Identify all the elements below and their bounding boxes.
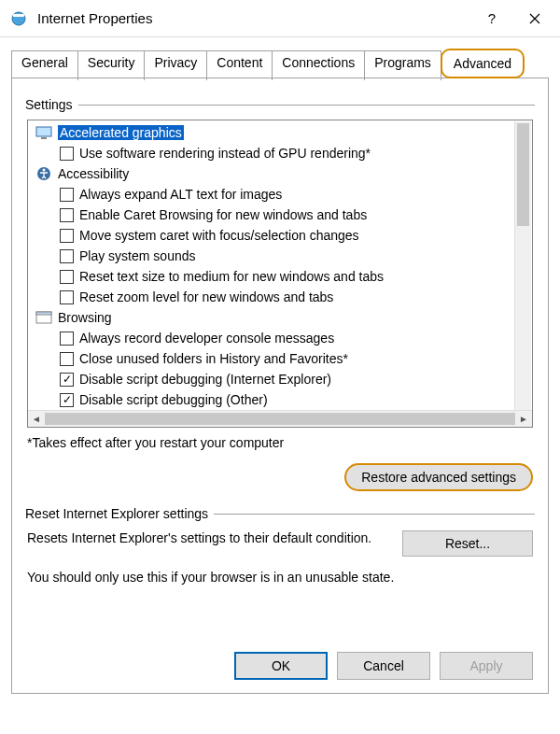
help-button[interactable]: ? — [470, 0, 513, 37]
tree-category[interactable]: Accelerated graphics — [34, 122, 532, 143]
svg-rect-2 — [36, 127, 51, 136]
checkbox[interactable] — [60, 208, 74, 222]
tab-programs[interactable]: Programs — [364, 50, 441, 80]
checkbox[interactable] — [60, 249, 74, 263]
restore-advanced-button[interactable]: Restore advanced settings — [344, 463, 533, 491]
tree-item[interactable]: Disable script debugging (Internet Explo… — [34, 369, 532, 389]
settings-footnote: *Takes effect after you restart your com… — [27, 435, 533, 450]
tree-item-label: Always record developer console messages — [79, 331, 334, 346]
svg-rect-7 — [36, 312, 51, 315]
checkbox[interactable] — [60, 373, 74, 387]
reset-group-title: Reset Internet Explorer settings — [25, 506, 208, 521]
tree-item-label: Always expand ALT text for images — [79, 187, 282, 202]
hscroll-thumb[interactable] — [45, 413, 515, 425]
tree-item[interactable]: Move system caret with focus/selection c… — [34, 225, 532, 246]
tree-item-label: Disable script debugging (Internet Explo… — [79, 372, 331, 387]
monitor-icon — [35, 125, 52, 140]
dialog-button-row: OK Cancel Apply — [234, 652, 533, 680]
reset-description: Resets Internet Explorer's settings to t… — [27, 530, 389, 545]
horizontal-scrollbar[interactable]: ◄ ► — [28, 410, 532, 427]
svg-rect-3 — [41, 137, 47, 139]
checkbox[interactable] — [60, 229, 74, 243]
checkbox[interactable] — [60, 332, 74, 346]
settings-group-title: Settings — [25, 97, 73, 112]
checkbox[interactable] — [60, 393, 74, 407]
tree-category-label: Accessibility — [58, 166, 129, 181]
svg-rect-1 — [13, 14, 24, 17]
titlebar: Internet Properties ? — [0, 0, 560, 37]
tab-general[interactable]: General — [11, 50, 78, 80]
checkbox[interactable] — [60, 147, 74, 161]
tree-item[interactable]: Always record developer console messages — [34, 328, 532, 348]
svg-point-5 — [43, 169, 46, 172]
tree-item-label: Move system caret with focus/selection c… — [79, 228, 359, 243]
tree-item[interactable]: Use software rendering instead of GPU re… — [34, 143, 532, 163]
tree-item[interactable]: Reset zoom level for new windows and tab… — [34, 287, 532, 307]
scrollbar-thumb[interactable] — [517, 123, 529, 226]
checkbox[interactable] — [60, 352, 74, 366]
settings-tree[interactable]: Accelerated graphicsUse software renderi… — [27, 120, 533, 428]
settings-group: Settings Accelerated graphicsUse softwar… — [25, 97, 535, 491]
tree-item[interactable]: Disable script debugging (Other) — [34, 389, 532, 410]
tree-item-label: Reset text size to medium for new window… — [79, 269, 384, 284]
tab-advanced[interactable]: Advanced — [441, 49, 525, 78]
group-divider — [78, 105, 535, 106]
tree-item-label: Enable Caret Browsing for new windows an… — [79, 207, 367, 222]
tab-connections[interactable]: Connections — [272, 50, 365, 80]
tree-category-label: Accelerated graphics — [58, 125, 184, 140]
accessibility-icon — [35, 166, 52, 181]
tab-content[interactable]: Content — [206, 50, 273, 80]
tree-item-label: Close unused folders in History and Favo… — [79, 351, 348, 366]
window-title: Internet Properties — [37, 10, 470, 26]
app-icon — [9, 9, 28, 28]
tab-pane-advanced: Settings Accelerated graphicsUse softwar… — [11, 78, 549, 694]
tab-privacy[interactable]: Privacy — [144, 50, 207, 80]
reset-button[interactable]: Reset... — [402, 530, 533, 557]
cancel-button[interactable]: Cancel — [337, 652, 430, 680]
tree-item-label: Reset zoom level for new windows and tab… — [79, 289, 333, 304]
tree-item[interactable]: Close unused folders in History and Favo… — [34, 348, 532, 369]
scroll-left-arrow[interactable]: ◄ — [28, 411, 45, 428]
ok-button[interactable]: OK — [234, 652, 328, 680]
group-divider — [214, 514, 535, 515]
tree-category-label: Browsing — [58, 310, 112, 325]
tab-strip: GeneralSecurityPrivacyContentConnections… — [11, 49, 549, 78]
close-button[interactable] — [513, 0, 556, 37]
scroll-right-arrow[interactable]: ► — [515, 411, 532, 428]
checkbox[interactable] — [60, 290, 74, 304]
tree-item-label: Play system sounds — [79, 248, 196, 263]
tab-security[interactable]: Security — [77, 50, 146, 80]
reset-warning: You should only use this if your browser… — [27, 570, 533, 585]
tree-item[interactable]: Reset text size to medium for new window… — [34, 266, 532, 287]
tree-item-label: Use software rendering instead of GPU re… — [79, 146, 371, 161]
checkbox[interactable] — [60, 188, 74, 202]
vertical-scrollbar[interactable] — [514, 121, 531, 410]
reset-group: Reset Internet Explorer settings Resets … — [25, 506, 535, 585]
tree-category[interactable]: Browsing — [34, 307, 532, 328]
tree-item-label: Disable script debugging (Other) — [79, 392, 268, 407]
tree-item[interactable]: Play system sounds — [34, 246, 532, 266]
checkbox[interactable] — [60, 270, 74, 284]
apply-button[interactable]: Apply — [440, 652, 533, 680]
tree-item[interactable]: Enable Caret Browsing for new windows an… — [34, 205, 532, 225]
window-icon — [35, 310, 52, 325]
tree-item[interactable]: Always expand ALT text for images — [34, 184, 532, 205]
tree-category[interactable]: Accessibility — [34, 163, 532, 184]
